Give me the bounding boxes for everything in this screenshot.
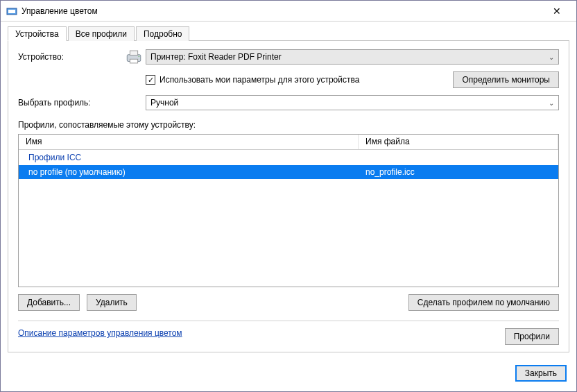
app-icon: [6, 6, 17, 17]
listview-header: Имя Имя файла: [19, 135, 558, 150]
select-profile-value: Ручной: [150, 98, 178, 108]
svg-rect-3: [130, 51, 137, 56]
profile-buttons-row: Добавить... Удалить Сделать профилем по …: [18, 294, 559, 311]
select-profile-dropdown[interactable]: Ручной ⌄: [146, 95, 559, 110]
bottom-row: Описание параметров управления цветом Пр…: [18, 328, 559, 345]
window-title: Управление цветом: [21, 6, 543, 16]
set-default-button[interactable]: Сделать профилем по умолчанию: [408, 294, 559, 311]
svg-rect-4: [130, 59, 137, 63]
column-header-file[interactable]: Имя файла: [359, 135, 558, 149]
chevron-down-icon: ⌄: [549, 99, 554, 107]
printer-icon: [122, 49, 146, 65]
device-row: Устройство: Принтер: Foxit Reader PDF Pr…: [18, 49, 559, 65]
select-profile-label: Выбрать профиль:: [18, 98, 122, 108]
color-management-window: Управление цветом ✕ Устройства Все профи…: [0, 0, 577, 392]
identify-monitors-button[interactable]: Определить мониторы: [453, 71, 559, 88]
settings-row: ✓ Использовать мои параметры для этого у…: [18, 71, 559, 88]
list-item-file: no_profile.icc: [359, 167, 558, 177]
chevron-down-icon: ⌄: [549, 53, 554, 61]
dialog-footer: Закрыть: [1, 359, 576, 391]
profiles-heading: Профили, сопоставляемые этому устройству…: [18, 120, 559, 130]
client-area: Устройства Все профили Подробно Устройст…: [1, 22, 576, 359]
device-dropdown-value: Принтер: Foxit Reader PDF Printer: [150, 52, 282, 62]
tab-all-profiles[interactable]: Все профили: [68, 26, 135, 41]
add-button[interactable]: Добавить...: [18, 294, 80, 311]
tab-devices[interactable]: Устройства: [8, 26, 67, 41]
device-dropdown[interactable]: Принтер: Foxit Reader PDF Printer ⌄: [146, 49, 559, 65]
profiles-listview[interactable]: Имя Имя файла Профили ICC no profile (по…: [18, 134, 559, 287]
column-header-name[interactable]: Имя: [19, 135, 359, 149]
tab-panel-devices: Устройство: Принтер: Foxit Reader PDF Pr…: [8, 41, 569, 352]
close-icon[interactable]: ✕: [543, 6, 571, 17]
remove-button[interactable]: Удалить: [87, 294, 137, 311]
svg-point-5: [139, 56, 140, 57]
list-item[interactable]: no profile (по умолчанию) no_profile.icc: [19, 165, 558, 179]
profiles-button[interactable]: Профили: [505, 328, 559, 345]
divider: [18, 321, 559, 321]
listview-body: Профили ICC no profile (по умолчанию) no…: [19, 150, 558, 287]
close-button[interactable]: Закрыть: [515, 365, 567, 382]
titlebar: Управление цветом ✕: [1, 1, 576, 22]
listview-group: Профили ICC: [19, 150, 558, 165]
select-profile-row: Выбрать профиль: Ручной ⌄: [18, 95, 559, 110]
use-my-settings-label: Использовать мои параметры для этого уст…: [160, 75, 359, 85]
tab-advanced[interactable]: Подробно: [136, 26, 190, 41]
svg-rect-1: [8, 10, 15, 13]
device-label: Устройство:: [18, 52, 122, 62]
list-item-name: no profile (по умолчанию): [19, 167, 359, 177]
use-my-settings-checkbox[interactable]: ✓: [146, 75, 155, 85]
tab-strip: Устройства Все профили Подробно: [8, 26, 569, 41]
help-link[interactable]: Описание параметров управления цветом: [18, 328, 182, 345]
